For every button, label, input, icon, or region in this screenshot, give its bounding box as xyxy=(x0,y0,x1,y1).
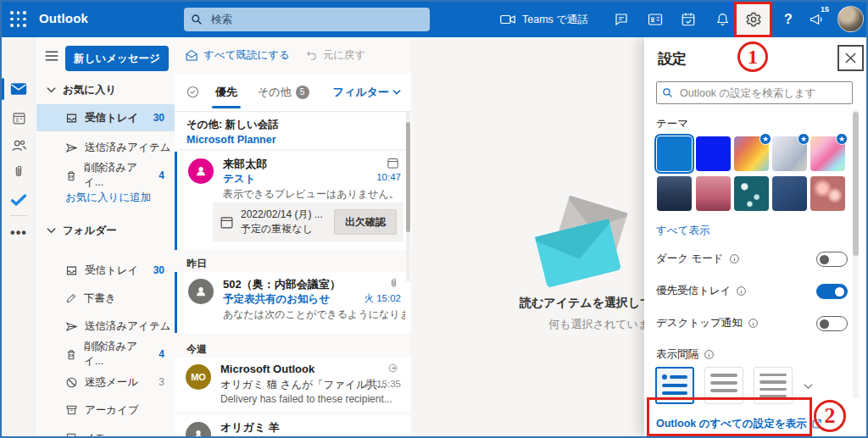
avatar xyxy=(188,279,214,304)
tab-focused[interactable]: 優先 xyxy=(214,80,239,105)
filter-button[interactable]: フィルター xyxy=(333,85,401,100)
settings-search-box[interactable] xyxy=(656,81,853,104)
send-icon xyxy=(65,320,78,333)
message-row-2[interactable]: 502（奥：内部会議室） 予定表共有のお知らせ 火 15:02 あなたは次のこと… xyxy=(175,272,411,333)
theme-tile-blueprint[interactable] xyxy=(772,176,807,211)
message-row-1[interactable]: 来部太郎 テスト 表示できるプレビューはありません。 10:47 2022/02… xyxy=(175,152,411,250)
envelope-teal-illustration xyxy=(535,219,621,288)
calendar-check-icon[interactable] xyxy=(677,2,699,37)
scrollbar-thumb[interactable] xyxy=(853,112,859,256)
other-conversation-banner[interactable]: その他: 新しい会話 Microsoft Planner xyxy=(175,113,411,150)
favorites-section-header[interactable]: お気に入り xyxy=(36,80,175,100)
other-tab-badge: 5 xyxy=(296,86,309,99)
chevron-down-icon[interactable] xyxy=(804,383,813,390)
account-avatar[interactable] xyxy=(837,6,864,32)
rail-people-icon[interactable] xyxy=(2,132,36,158)
open-full-settings-link[interactable]: Outlook のすべての設定を表示 xyxy=(656,417,822,431)
theme-tile-lights[interactable] xyxy=(810,176,845,211)
favorite-sent-row[interactable]: 送信済みアイテム xyxy=(36,135,175,160)
message-row-4[interactable]: オリガミ 羊 オリガミ 羊 さんがあなたを :閲... 月 15:33 xyxy=(175,415,411,438)
dark-mode-toggle[interactable] xyxy=(816,252,848,267)
contact-card-icon[interactable] xyxy=(644,2,666,37)
info-icon[interactable] xyxy=(748,318,759,329)
theme-tile-palms[interactable] xyxy=(696,176,731,211)
premium-star-icon: ★ xyxy=(836,133,848,145)
folder-archive-row[interactable]: アーカイブ xyxy=(36,397,175,423)
open-envelope-icon xyxy=(185,49,198,61)
folder-drafts-row[interactable]: 下書き xyxy=(36,286,175,311)
group-header-this-week: 今週 xyxy=(186,342,207,357)
rail-more-icon[interactable]: ••• xyxy=(2,220,36,246)
focused-inbox-toggle[interactable] xyxy=(816,284,848,299)
theme-tile-circuit[interactable] xyxy=(734,176,769,211)
density-option-full[interactable] xyxy=(655,367,694,404)
block-icon xyxy=(65,376,78,389)
close-settings-button[interactable] xyxy=(837,45,864,71)
rail-mail-icon[interactable] xyxy=(2,76,36,102)
select-all-icon[interactable] xyxy=(186,85,200,99)
folder-notes-row[interactable]: メモ xyxy=(36,425,175,438)
search-input[interactable] xyxy=(209,13,404,26)
rail-divider xyxy=(10,215,27,216)
avatar-initials: MO xyxy=(186,364,211,390)
unread-count: 4 xyxy=(159,348,164,360)
info-icon[interactable] xyxy=(729,253,740,264)
redirect-icon xyxy=(387,363,399,374)
message-time: 10:47 xyxy=(376,172,401,182)
theme-tile-rainbow-swirl[interactable]: ★ xyxy=(734,136,769,171)
focused-inbox-label: 優先受信トレイ xyxy=(656,284,747,298)
rail-calendar-icon[interactable] xyxy=(2,105,36,130)
note-icon xyxy=(65,432,77,438)
app-launcher-icon[interactable] xyxy=(10,11,27,28)
density-option-medium[interactable] xyxy=(704,367,743,404)
density-option-compact[interactable] xyxy=(754,367,793,404)
outlook-window: Outlook Teams で通話 xyxy=(0,0,868,438)
settings-scrollbar[interactable] xyxy=(853,109,859,397)
notifications-bell-icon[interactable] xyxy=(711,2,733,37)
theme-tile-bright-blue[interactable] xyxy=(696,136,731,171)
collapse-pane-icon[interactable] xyxy=(45,51,58,61)
desktop-notifications-label: デスクトップ通知 xyxy=(656,316,759,330)
new-message-button[interactable]: 新しいメッセージ xyxy=(65,46,169,71)
add-favorite-link[interactable]: お気に入りに追加 xyxy=(65,191,151,205)
rsvp-button[interactable]: 出欠確認 xyxy=(334,209,397,235)
rail-attachments-icon[interactable] xyxy=(2,158,36,184)
message-time: 月 15:35 xyxy=(364,378,401,391)
theme-tile-mountains[interactable] xyxy=(657,176,692,211)
info-icon[interactable] xyxy=(736,286,747,297)
folder-inbox-row[interactable]: 受信トレイ 30 xyxy=(36,258,175,283)
message-time: 火 15:02 xyxy=(364,292,401,305)
inbox-tabs: 優先 その他 5 フィルター xyxy=(175,73,411,112)
theme-tile-unicorn[interactable]: ★ xyxy=(810,136,845,171)
avatar xyxy=(188,158,214,184)
undo-button[interactable]: 元に戻す xyxy=(305,48,366,63)
rail-todo-icon[interactable] xyxy=(2,187,36,213)
scrollbar-thumb[interactable] xyxy=(406,122,410,232)
mark-all-read-button[interactable]: すべて既読にする xyxy=(185,48,290,63)
global-search-box[interactable] xyxy=(184,8,430,31)
popout-icon xyxy=(811,419,822,430)
folders-section-header[interactable]: フォルダー xyxy=(36,220,175,241)
desktop-notifications-toggle[interactable] xyxy=(816,316,848,331)
item-count: 3 xyxy=(159,376,164,388)
folder-junk-row[interactable]: 迷惑メール 3 xyxy=(36,369,175,395)
folder-deleted-row[interactable]: 削除済みアイ... 4 xyxy=(36,341,175,367)
help-icon[interactable]: ? xyxy=(778,2,798,37)
favorite-deleted-row[interactable]: 削除済みアイ... 4 xyxy=(36,163,175,188)
settings-search-input[interactable] xyxy=(678,86,839,100)
message-row-3[interactable]: MO Microsoft Outlook オリガミ 猫 さんが「ファイル共...… xyxy=(175,358,411,412)
search-icon xyxy=(662,87,673,98)
show-all-themes-link[interactable]: すべて表示 xyxy=(656,224,709,238)
info-icon[interactable] xyxy=(704,349,715,360)
folder-sent-row[interactable]: 送信済みアイテム xyxy=(36,313,175,339)
archive-icon xyxy=(65,404,78,416)
attachment-paperclip-icon xyxy=(388,277,399,289)
tab-other[interactable]: その他 5 xyxy=(258,85,309,100)
favorite-inbox-row[interactable]: 受信トレイ 30 xyxy=(36,104,175,131)
teams-call-button[interactable]: Teams で通話 xyxy=(500,2,588,37)
theme-tile-default-blue[interactable] xyxy=(657,136,692,171)
theme-tile-gray-swirl[interactable]: ★ xyxy=(772,136,807,171)
premium-star-icon: ★ xyxy=(798,133,810,145)
settings-gear-button[interactable] xyxy=(737,3,770,36)
chat-icon[interactable] xyxy=(610,2,632,37)
